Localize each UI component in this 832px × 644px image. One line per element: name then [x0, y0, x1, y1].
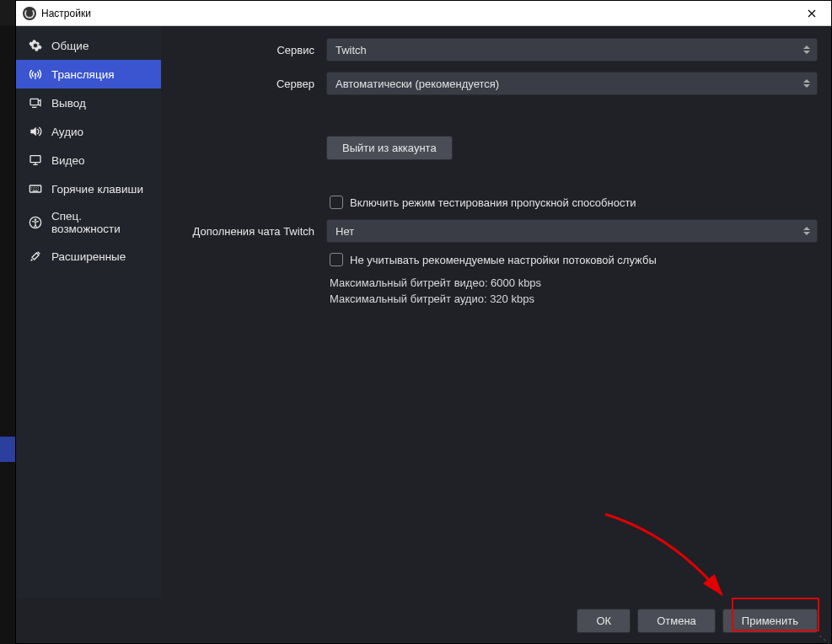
keyboard-icon [28, 181, 43, 196]
svg-rect-2 [30, 156, 40, 163]
max-video-bitrate: Максимальный битрейт видео: 6000 kbps [330, 276, 823, 289]
background-strip [0, 25, 15, 644]
sidebar-item-label: Вывод [51, 97, 86, 110]
sidebar-item-hotkeys[interactable]: Горячие клавиши [16, 174, 161, 203]
gear-icon [28, 38, 43, 53]
spinner-icon [800, 222, 813, 240]
sidebar-item-label: Горячие клавиши [51, 183, 143, 196]
svg-point-5 [35, 219, 36, 221]
ignore-recommended-checkbox[interactable] [330, 253, 343, 266]
server-value: Автоматически (рекомендуется) [335, 78, 499, 90]
sidebar-item-label: Трансляция [51, 68, 114, 81]
sidebar-item-advanced[interactable]: Расширенные [16, 242, 161, 271]
bandwidth-test-checkbox[interactable] [330, 196, 343, 209]
apply-button[interactable]: Применить [722, 609, 818, 633]
resize-grip[interactable] [819, 631, 829, 641]
sidebar-item-video[interactable]: Видео [16, 146, 161, 174]
monitor-icon [28, 153, 43, 168]
sidebar-item-audio[interactable]: Аудио [16, 117, 161, 146]
content-panel: Сервис Twitch Сервер Автоматически (реко… [161, 26, 831, 598]
sidebar-item-label: Аудио [51, 126, 83, 138]
output-icon [28, 95, 43, 110]
service-value: Twitch [335, 44, 367, 56]
tools-icon [28, 249, 43, 264]
twitch-addons-select[interactable]: Нет [326, 219, 818, 243]
spinner-icon [800, 74, 813, 93]
footer: ОК Отмена Применить [16, 598, 831, 643]
sidebar-item-label: Общие [51, 40, 89, 52]
antenna-icon [28, 67, 43, 82]
server-select[interactable]: Автоматически (рекомендуется) [326, 72, 818, 95]
app-icon [23, 7, 36, 20]
sidebar-item-label: Расширенные [51, 250, 126, 263]
twitch-addons-label: Дополнения чата Twitch [161, 225, 318, 238]
ok-button[interactable]: ОК [577, 609, 631, 633]
titlebar: Настройки [16, 1, 831, 26]
sidebar-item-label: Спец. возможности [51, 210, 149, 235]
sidebar-item-output[interactable]: Вывод [16, 89, 161, 117]
cancel-button[interactable]: Отмена [637, 609, 716, 633]
service-label: Сервис [161, 44, 318, 56]
accessibility-icon [28, 215, 43, 230]
sidebar-item-stream[interactable]: Трансляция [16, 60, 161, 89]
window-title: Настройки [41, 8, 91, 19]
logout-button[interactable]: Выйти из аккаунта [326, 136, 453, 160]
sidebar-item-accessibility[interactable]: Спец. возможности [16, 203, 161, 242]
max-audio-bitrate: Максимальный битрейт аудио: 320 kbps [330, 292, 823, 305]
service-select[interactable]: Twitch [326, 38, 818, 62]
sidebar-item-label: Видео [51, 154, 84, 167]
bandwidth-test-label: Включить режим тестирования пропускной с… [350, 196, 636, 209]
server-label: Сервер [161, 78, 318, 90]
settings-window: Настройки Общие Трансляция Вывод Аудио [15, 0, 832, 644]
sidebar: Общие Трансляция Вывод Аудио Видео Горяч [16, 26, 161, 598]
spinner-icon [800, 40, 813, 59]
close-button[interactable] [799, 2, 824, 25]
ignore-recommended-label: Не учитывать рекомендуемые настройки пот… [350, 254, 657, 266]
svg-rect-1 [30, 99, 38, 105]
sidebar-item-general[interactable]: Общие [16, 31, 161, 60]
speaker-icon [28, 124, 43, 139]
twitch-addons-value: Нет [335, 225, 354, 238]
